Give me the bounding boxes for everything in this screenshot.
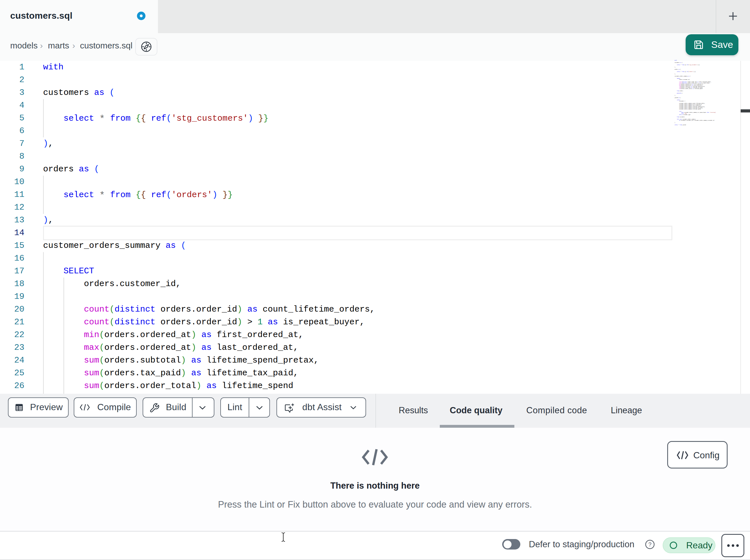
svg-text:?: ? (648, 541, 651, 547)
